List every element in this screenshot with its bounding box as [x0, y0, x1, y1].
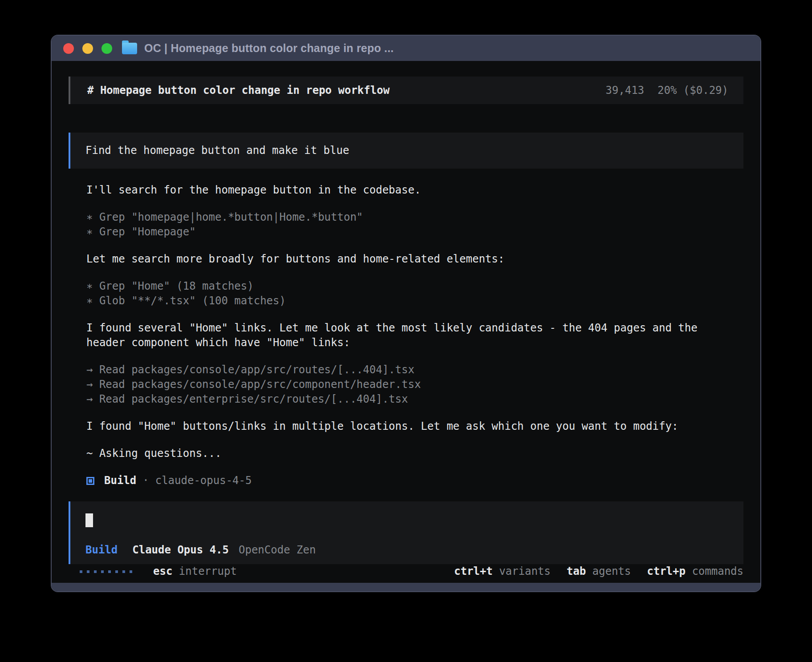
text-cursor[interactable] — [85, 513, 93, 527]
folder-icon — [122, 43, 137, 54]
session-meta: 39,413 20% ($0.29) — [605, 84, 728, 97]
spinner-dots — [80, 570, 132, 573]
tool-call-grep: ∗ Grep "Homepage" — [69, 225, 743, 239]
tool-call-read: → Read packages/enterprise/src/routes/[.… — [69, 392, 743, 407]
session-title: # Homepage button color change in repo w… — [87, 84, 390, 97]
tool-call-glob: ∗ Glob "**/*.tsx" (100 matches) — [69, 294, 743, 308]
minimize-button[interactable] — [82, 43, 93, 54]
window-title: OC | Homepage button color change in rep… — [144, 42, 394, 55]
agent-name: Build — [104, 473, 136, 488]
spinner-dot — [130, 570, 132, 573]
spinner-dot — [80, 570, 82, 573]
tool-call-read: → Read packages/console/app/src/routes/[… — [69, 363, 743, 377]
input-meta: Build Claude Opus 4.5 OpenCode Zen — [85, 544, 728, 556]
window-footer — [52, 583, 760, 591]
hint-commands: ctrl+p commands — [647, 564, 743, 579]
session-header: # Homepage button color change in repo w… — [69, 77, 743, 104]
assistant-text: Let me search more broadly for buttons a… — [69, 252, 743, 266]
assistant-text: I'll search for the homepage button in t… — [69, 183, 743, 198]
provider-name: OpenCode Zen — [239, 544, 316, 556]
spinner-dot — [122, 570, 125, 573]
assistant-text: I found several "Home" links. Let me loo… — [69, 321, 743, 335]
token-count: 39,413 — [605, 84, 644, 97]
spinner-dot — [101, 570, 104, 573]
titlebar[interactable]: OC | Homepage button color change in rep… — [52, 36, 760, 61]
spinner-dot — [87, 570, 89, 573]
terminal-content: # Homepage button color change in repo w… — [52, 61, 760, 583]
agent-row: Build · claude-opus-4-5 — [69, 473, 743, 488]
status-right: ctrl+t variants tab agents ctrl+p comman… — [438, 564, 743, 579]
hint-interrupt: esc interrupt — [153, 564, 237, 579]
traffic-lights — [63, 43, 112, 54]
spinner-dot — [108, 570, 111, 573]
status-bar: esc interrupt ctrl+t variants tab agents… — [69, 564, 743, 579]
tool-call-grep: ∗ Grep "homepage|home.*button|Home.*butt… — [69, 210, 743, 225]
prompt-input[interactable]: Build Claude Opus 4.5 OpenCode Zen — [69, 501, 743, 564]
hint-agents: tab agents — [567, 564, 631, 579]
agent-model: claude-opus-4-5 — [155, 473, 252, 488]
zoom-button[interactable] — [102, 43, 112, 54]
tool-call-read: → Read packages/console/app/src/componen… — [69, 377, 743, 392]
spinner-dot — [115, 570, 118, 573]
status-left: esc interrupt — [69, 564, 237, 579]
close-button[interactable] — [63, 43, 74, 54]
separator-dot: · — [142, 473, 149, 488]
terminal-window: OC | Homepage button color change in rep… — [51, 35, 761, 592]
model-name[interactable]: Claude Opus 4.5 — [132, 544, 229, 556]
hint-variants: ctrl+t variants — [454, 564, 551, 579]
assistant-text: I found "Home" buttons/links in multiple… — [69, 419, 743, 434]
assistant-text: header component which have "Home" links… — [69, 335, 743, 350]
user-message-text: Find the homepage button and make it blu… — [85, 144, 349, 157]
tool-call-grep: ∗ Grep "Home" (18 matches) — [69, 279, 743, 294]
user-message: Find the homepage button and make it blu… — [69, 133, 743, 169]
context-usage: 20% ($0.29) — [658, 84, 728, 97]
agent-icon — [86, 477, 94, 485]
spinner-dot — [94, 570, 97, 573]
working-status: ~ Asking questions... — [69, 446, 743, 461]
mode-selector[interactable]: Build — [85, 544, 118, 556]
